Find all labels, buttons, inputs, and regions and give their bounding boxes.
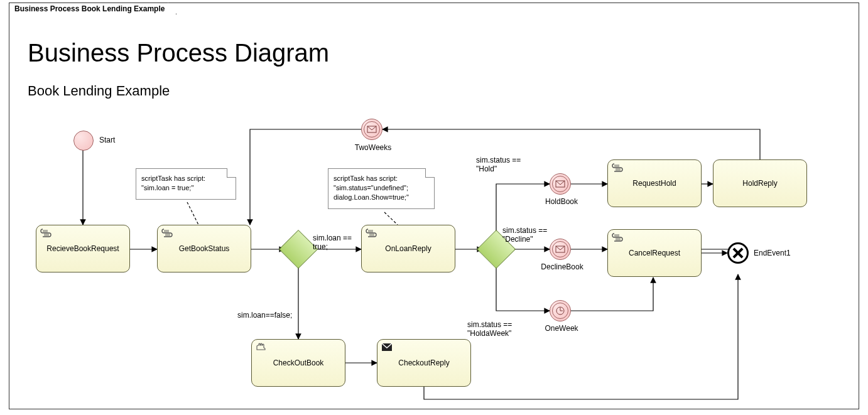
event-one-week-label: OneWeek bbox=[541, 324, 582, 333]
task-checkout-reply[interactable]: CheckoutReply bbox=[377, 339, 471, 387]
start-event[interactable] bbox=[73, 131, 94, 151]
start-event-label: Start bbox=[99, 136, 115, 144]
task-on-loan-reply[interactable]: OnLoanReply bbox=[361, 225, 455, 272]
script-icon bbox=[161, 228, 173, 238]
frame-title-tab: Business Process Book Lending Example bbox=[9, 3, 176, 14]
task-request-hold[interactable]: RequestHold bbox=[607, 159, 702, 207]
event-one-week[interactable] bbox=[550, 300, 571, 321]
event-two-weeks[interactable] bbox=[361, 119, 382, 140]
task-label: RequestHold bbox=[632, 179, 676, 188]
message-icon bbox=[555, 245, 565, 253]
event-hold-book-label: HoldBook bbox=[543, 197, 580, 206]
task-label: CancelRequest bbox=[629, 249, 680, 257]
page-subtitle: Book Lending Example bbox=[28, 83, 170, 99]
script-icon bbox=[40, 228, 52, 238]
guard-loan-true: sim.loan == true; bbox=[313, 234, 352, 251]
end-event-label: EndEvent1 bbox=[754, 249, 791, 257]
task-label: CheckOutBook bbox=[273, 358, 324, 367]
bpmn-canvas: Business Process Book Lending Example Bu… bbox=[0, 0, 868, 415]
note-line: dialog.Loan.Show=true;" bbox=[334, 193, 428, 202]
guard-status-holdaweek: sim.status == "HoldaWeek" bbox=[467, 320, 512, 338]
timer-icon bbox=[555, 306, 565, 316]
message-icon bbox=[555, 180, 565, 188]
event-hold-book[interactable] bbox=[550, 173, 571, 195]
gateway-loan[interactable] bbox=[285, 235, 312, 263]
event-two-weeks-label: TwoWeeks bbox=[354, 143, 392, 152]
script-icon bbox=[366, 228, 377, 238]
task-label: CheckoutReply bbox=[398, 358, 449, 367]
note-getstatus-script: scriptTask has script: "sim.loan = true;… bbox=[136, 168, 236, 200]
task-cancel-request[interactable]: CancelRequest bbox=[607, 229, 702, 277]
guard-loan-false: sim.loan==false; bbox=[237, 311, 292, 320]
task-recieve-book-request[interactable]: RecieveBookRequest bbox=[36, 225, 130, 272]
guard-status-hold: sim.status == "Hold" bbox=[476, 156, 521, 173]
event-decline-book[interactable] bbox=[550, 239, 571, 260]
page-title: Business Process Diagram bbox=[28, 39, 329, 67]
note-onloan-script: scriptTask has script: "sim.status="unde… bbox=[328, 168, 435, 209]
task-label: OnLoanReply bbox=[385, 244, 431, 253]
event-decline-book-label: DeclineBook bbox=[537, 262, 587, 271]
note-line: "sim.status="undefined"; bbox=[334, 183, 428, 193]
task-get-book-status[interactable]: GetBookStatus bbox=[157, 225, 251, 272]
send-icon bbox=[381, 342, 393, 352]
note-line: scriptTask has script: bbox=[141, 174, 229, 183]
task-label: RecieveBookRequest bbox=[46, 244, 119, 253]
task-label: HoldReply bbox=[742, 179, 777, 188]
task-checkout-book[interactable]: CheckOutBook bbox=[251, 339, 345, 387]
task-hold-reply[interactable]: HoldReply bbox=[713, 159, 807, 207]
note-line: scriptTask has script: bbox=[334, 174, 428, 183]
manual-icon bbox=[256, 342, 267, 352]
note-line: "sim.loan = true;" bbox=[141, 183, 229, 193]
message-icon bbox=[367, 126, 377, 133]
task-label: GetBookStatus bbox=[179, 244, 230, 253]
script-icon bbox=[612, 163, 623, 173]
script-icon bbox=[612, 232, 623, 242]
end-event[interactable] bbox=[727, 242, 749, 264]
guard-status-decline: sim.status == "Decline" bbox=[502, 226, 547, 244]
